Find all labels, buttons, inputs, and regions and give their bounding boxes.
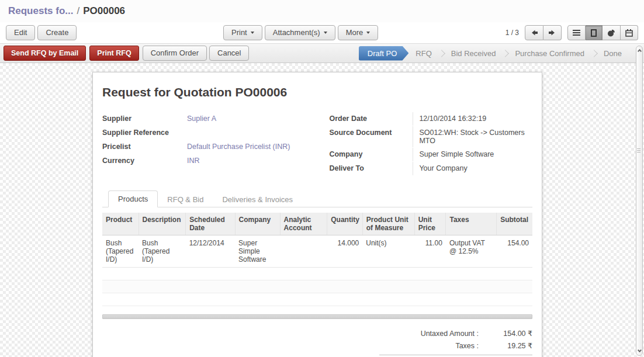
more-dropdown-label: More [346, 28, 363, 37]
notebook-tabs: Products RFQ & Bid Deliveries & Invoices [102, 190, 532, 207]
pager-next-button[interactable] [543, 25, 562, 40]
currency-label: Currency [102, 154, 186, 168]
col-product: Product [102, 213, 139, 235]
vertical-scrollbar[interactable] [635, 44, 643, 357]
edit-button[interactable]: Edit [6, 25, 35, 40]
supplier-reference-value [186, 126, 329, 140]
taxes-value: 19.25 ₹ [479, 341, 532, 350]
products-table-header-row: Product Description Scheduled Date Compa… [102, 213, 532, 235]
order-date-value: 12/10/2014 16:32:19 [413, 112, 532, 126]
form-icon [590, 29, 597, 37]
pager-and-views: 1 / 3 [505, 25, 638, 40]
cell-scheduled-date: 12/12/2014 [186, 235, 235, 268]
company-value: Super Simple Software [413, 148, 532, 161]
form-view-button[interactable] [586, 25, 603, 40]
chevron-down-icon [324, 32, 327, 34]
table-horizontal-scrollbar[interactable] [102, 314, 532, 319]
cell-taxes: Output VAT @ 12.5% [446, 235, 497, 268]
document-sheet: Request for Quotation PO00006 Supplier S… [92, 72, 542, 357]
company-label: Company [329, 148, 413, 161]
untaxed-amount-label: Untaxed Amount : [421, 330, 479, 338]
tab-rfq-and-bid[interactable]: RFQ & Bid [158, 192, 213, 207]
attachments-dropdown-button[interactable]: Attachment(s) [265, 25, 335, 40]
supplier-reference-label: Supplier Reference [102, 126, 186, 140]
col-description: Description [139, 213, 186, 235]
status-step-done: Done [597, 49, 629, 58]
graph-view-button[interactable] [603, 25, 621, 40]
order-date-label: Order Date [329, 112, 413, 126]
cell-company: Super Simple Software [235, 235, 280, 268]
tab-deliveries-and-invoices[interactable]: Deliveries & Invoices [213, 192, 302, 207]
cell-unit-price: 11.00 [414, 235, 446, 268]
supplier-value-link[interactable]: Suplier A [186, 112, 329, 126]
status-step-bid-received: Bid Received [444, 49, 503, 58]
supplier-label: Supplier [102, 112, 186, 126]
pager-buttons [525, 25, 562, 40]
col-company: Company [235, 213, 280, 235]
confirm-order-button[interactable]: Confirm Order [143, 46, 207, 61]
page-title: Request for Quotation PO00006 [102, 85, 532, 99]
cancel-button[interactable]: Cancel [209, 46, 249, 61]
col-analytic-account: Analytic Account [280, 213, 327, 235]
create-button[interactable]: Create [37, 25, 77, 40]
cell-product: Bush (Tapered I/D) [102, 235, 139, 268]
scroll-up-icon[interactable] [637, 49, 641, 53]
deliver-to-label: Deliver To [329, 162, 413, 175]
field-group-left: Supplier Suplier A Supplier Reference Pr… [102, 112, 329, 175]
form-view-background: Request for Quotation PO00006 Supplier S… [0, 63, 644, 357]
pager-counter: 1 / 3 [505, 29, 519, 37]
cell-description: Bush (Tapered I/D) [139, 235, 186, 268]
status-pipeline: Draft PO RFQ Bid Received Purchase Confi… [359, 44, 644, 63]
taxes-label: Taxes : [455, 342, 479, 350]
print-rfq-button[interactable]: Print RFQ [89, 46, 139, 61]
totals-divider [379, 355, 532, 355]
empty-row [102, 293, 532, 306]
pricelist-value-link[interactable]: Default Purchase Pricelist (INR) [186, 140, 329, 154]
chevron-down-icon [251, 32, 254, 34]
deliver-to-value: Your Company [413, 162, 532, 175]
arrow-left-icon [530, 29, 538, 36]
products-table: Product Description Scheduled Date Compa… [102, 213, 532, 306]
list-icon [573, 29, 580, 36]
print-dropdown-button[interactable]: Print [223, 25, 262, 40]
breadcrumb-separator: / [77, 5, 79, 17]
toolbar: Edit Create Print Attachment(s) More 1 /… [0, 22, 644, 43]
totals-block: Untaxed Amount : 154.00 ₹ Taxes : 19.25 … [379, 327, 532, 357]
field-group-right: Order Date 12/10/2014 16:32:19 Source Do… [329, 112, 532, 175]
action-statusbar-row: Send RFQ by Email Print RFQ Confirm Orde… [0, 43, 644, 63]
taxes-row: Taxes : 19.25 ₹ [379, 339, 532, 352]
toolbar-dropdowns: Print Attachment(s) More [223, 25, 378, 40]
untaxed-amount-row: Untaxed Amount : 154.00 ₹ [379, 327, 532, 339]
cell-product-unit-of-measure: Unit(s) [362, 235, 414, 268]
scroll-down-icon[interactable] [637, 348, 641, 352]
status-step-draft-po: Draft PO [359, 46, 409, 61]
cell-analytic-account [280, 235, 327, 268]
currency-value-link[interactable]: INR [186, 154, 329, 168]
tab-products[interactable]: Products [108, 190, 158, 207]
empty-row [102, 280, 532, 293]
vertical-scrollbar-thumb[interactable] [636, 46, 643, 356]
attachments-dropdown-label: Attachment(s) [273, 28, 320, 37]
pager-previous-button[interactable] [525, 25, 543, 40]
more-dropdown-button[interactable]: More [338, 25, 379, 40]
list-view-button[interactable] [567, 25, 586, 40]
breadcrumb: Requests fo... / PO00006 [0, 0, 644, 22]
send-rfq-by-email-button[interactable]: Send RFQ by Email [4, 46, 86, 61]
col-quantity: Quantity [327, 213, 363, 235]
calendar-icon [625, 29, 633, 37]
status-step-rfq: RFQ [408, 49, 438, 58]
field-groups: Supplier Suplier A Supplier Reference Pr… [102, 112, 532, 175]
col-taxes: Taxes [446, 213, 497, 235]
status-step-purchase-confirmed: Purchase Confirmed [508, 49, 591, 58]
source-document-value: SO012:WH: Stock -> Customers MTO [413, 126, 532, 147]
pie-chart-icon [607, 29, 615, 37]
calendar-view-button[interactable] [621, 25, 638, 40]
breadcrumb-current: PO00006 [83, 5, 125, 17]
col-scheduled-date: Scheduled Date [186, 213, 235, 235]
table-row[interactable]: Bush (Tapered I/D) Bush (Tapered I/D) 12… [102, 235, 532, 268]
source-document-label: Source Document [329, 126, 413, 147]
empty-row [102, 268, 532, 280]
pricelist-label: Pricelist [102, 140, 186, 154]
breadcrumb-parent-link[interactable]: Requests fo... [8, 5, 73, 17]
arrow-right-icon [548, 29, 556, 36]
